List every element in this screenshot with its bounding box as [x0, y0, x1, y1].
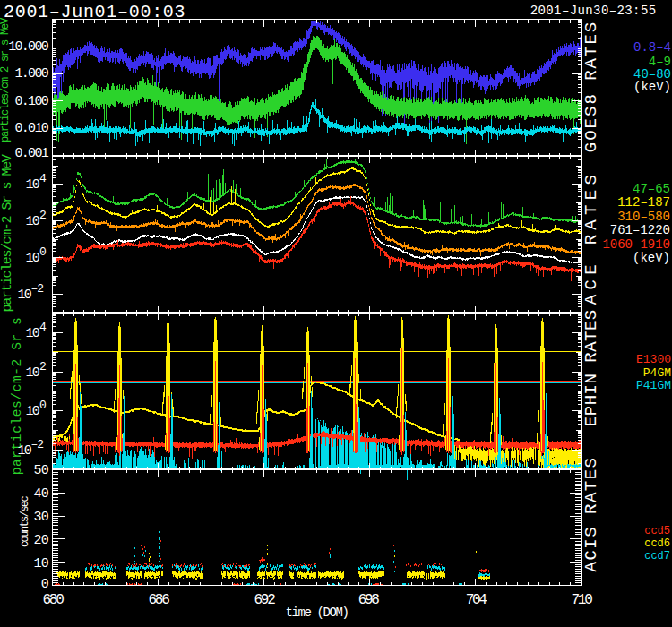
svg-text:counts/sec: counts/sec	[19, 496, 31, 547]
svg-text:P41GM: P41GM	[636, 379, 671, 392]
svg-text:692: 692	[254, 592, 276, 608]
svg-text:ccd5: ccd5	[644, 525, 670, 537]
svg-text:10: 10	[34, 556, 49, 571]
svg-text:E1300: E1300	[636, 353, 671, 366]
svg-text:ccd6: ccd6	[644, 537, 670, 550]
svg-text:10: 10	[17, 443, 31, 459]
svg-text:310–580: 310–580	[617, 210, 670, 224]
svg-text:P4GM: P4GM	[643, 366, 671, 380]
svg-text:0.001: 0.001	[14, 146, 48, 161]
svg-text:ccd7: ccd7	[644, 550, 670, 563]
svg-text:particles/cm 2 sr s MeV: particles/cm 2 sr s MeV	[0, 17, 12, 142]
svg-text:ACIS RATES: ACIS RATES	[582, 456, 601, 571]
svg-text:2001–Jun01–00:03: 2001–Jun01–00:03	[4, 2, 185, 22]
svg-text:0.010: 0.010	[14, 121, 48, 136]
svg-text:EPHIN RATES: EPHIN RATES	[582, 309, 601, 426]
svg-text:(keV): (keV)	[633, 80, 671, 94]
svg-text:0: 0	[39, 245, 46, 259]
svg-text:0: 0	[39, 399, 46, 412]
svg-text:704: 704	[466, 592, 487, 608]
svg-text:4: 4	[39, 172, 47, 185]
svg-text:40: 40	[34, 486, 49, 502]
svg-text:2: 2	[39, 209, 46, 222]
svg-text:680: 680	[43, 592, 65, 608]
svg-text:0.100: 0.100	[14, 94, 48, 109]
svg-text:47–65: 47–65	[633, 182, 670, 196]
svg-text:ACE RATES: ACE RATES	[582, 170, 601, 305]
svg-text:GOES8 RATES: GOES8 RATES	[582, 21, 601, 152]
svg-text:1060–1910: 1060–1910	[602, 237, 670, 252]
svg-text:0: 0	[41, 577, 49, 592]
svg-text:112–187: 112–187	[617, 195, 670, 210]
svg-text:20: 20	[34, 533, 49, 548]
svg-text:698: 698	[358, 592, 380, 608]
svg-text:30: 30	[34, 510, 49, 525]
svg-text:50: 50	[34, 463, 49, 478]
svg-text:2001–Jun30–23:55: 2001–Jun30–23:55	[530, 4, 657, 18]
svg-text:–2: –2	[31, 438, 44, 451]
svg-text:10: 10	[25, 365, 39, 381]
svg-text:time (DOM): time (DOM)	[285, 606, 348, 620]
svg-text:10: 10	[25, 214, 39, 229]
svg-text:686: 686	[149, 592, 170, 608]
svg-text:10: 10	[25, 326, 39, 341]
svg-text:761–1220: 761–1220	[610, 223, 670, 237]
svg-text:10: 10	[25, 404, 39, 419]
svg-text:(keV): (keV)	[633, 251, 670, 265]
svg-text:10.000: 10.000	[8, 39, 49, 55]
svg-text:10: 10	[25, 251, 39, 266]
svg-text:1.000: 1.000	[14, 66, 48, 82]
svg-text:2: 2	[39, 360, 46, 374]
svg-text:particles/cm-2 Sr s MeV: particles/cm-2 Sr s MeV	[0, 154, 15, 312]
svg-text:10: 10	[25, 177, 39, 193]
svg-text:4: 4	[39, 321, 47, 334]
svg-text:10: 10	[17, 288, 31, 303]
svg-text:0.8–4: 0.8–4	[633, 40, 671, 55]
svg-text:710: 710	[572, 592, 593, 608]
svg-text:–2: –2	[31, 282, 44, 296]
